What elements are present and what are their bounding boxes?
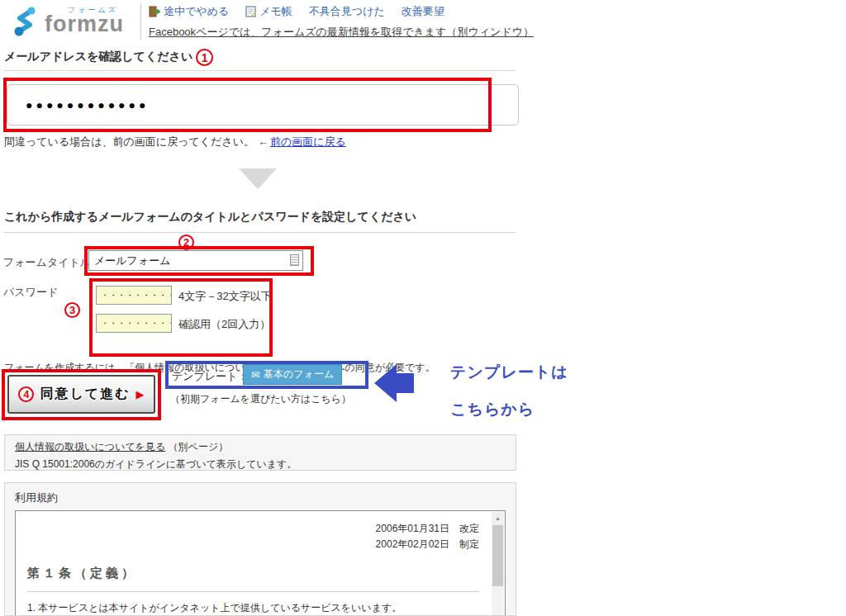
notepad-icon: [245, 6, 256, 17]
email-confirm-heading-text: メールアドレスを確認してください: [4, 50, 192, 63]
terms-enacted-date: 2002年02月02日 制定: [27, 537, 479, 552]
password-input[interactable]: [96, 286, 172, 305]
ime-autofill-icon[interactable]: [290, 254, 299, 266]
password-hint: 4文字－32文字以下: [178, 289, 272, 304]
password-confirm-input[interactable]: [96, 314, 172, 333]
email-display-box: ●●●●●●●●●●●●: [7, 84, 519, 126]
formzu-page: フォームズ formzu 途中でやめる メモ帳: [0, 0, 846, 616]
scrollbar-thumb[interactable]: [492, 525, 503, 586]
scrollbar-up-icon[interactable]: ▲: [492, 512, 504, 524]
down-triangle-icon: [239, 168, 277, 189]
template-annotation-line1: テンプレートは: [450, 362, 568, 383]
heading-divider: [3, 70, 516, 71]
privacy-note: JIS Q 15001:2006のガイドラインに基づいて表示しています。: [15, 457, 506, 471]
brand-name: formzu: [45, 12, 124, 37]
terms-divider: [27, 591, 479, 592]
back-note-text: 間違っている場合は、前の画面に戻ってください。: [4, 135, 254, 148]
agree-button-label: 同意して進む: [40, 386, 130, 403]
form-title-input-wrap: [88, 250, 303, 271]
nav-quit-link[interactable]: 途中でやめる: [149, 4, 229, 19]
facebook-link[interactable]: Facebookページでは、フォームズの最新情報を取得できます（別ウィンドウ）: [149, 25, 534, 40]
formzu-logo[interactable]: フォームズ formzu: [10, 4, 144, 40]
back-arrow-icon: ←: [258, 135, 269, 148]
masked-email-value: ●●●●●●●●●●●●: [26, 98, 149, 111]
exit-door-icon: [149, 6, 160, 17]
form-title-input[interactable]: [89, 251, 302, 270]
nav-memo-label: メモ帳: [259, 4, 292, 19]
terms-revised-date: 2006年01月31日 改定: [27, 521, 479, 537]
template-hint: （初期フォームを選びたい方はこちら）: [170, 392, 351, 406]
envelope-icon: ✉: [251, 369, 259, 381]
email-confirm-heading: メールアドレスを確認してください 1: [4, 49, 213, 66]
agree-and-continue-button[interactable]: 4 同意して進む ▶: [7, 375, 155, 414]
password-label: パスワード: [3, 285, 58, 300]
privacy-link-suffix: （別ページ）: [169, 441, 229, 453]
back-to-previous-link[interactable]: 前の画面に戻る: [270, 135, 346, 148]
back-note: 間違っている場合は、前の画面に戻ってください。←前の画面に戻る: [4, 135, 346, 149]
nav-quit-label: 途中でやめる: [164, 4, 229, 19]
blue-left-arrow-icon: [374, 364, 416, 402]
nav-memo-link[interactable]: メモ帳: [245, 4, 292, 19]
formzu-squiggle-icon: [10, 4, 38, 40]
nav-request-link[interactable]: 改善要望: [402, 4, 444, 19]
setup-heading: これから作成するメールフォームのタイトルとパスワードを設定してください: [4, 210, 416, 225]
header-nav: 途中でやめる メモ帳 不具合見つけた 改善要望 Facebookページでは、フォ…: [149, 4, 534, 40]
step-badge-1: 1: [196, 49, 213, 66]
template-button-label: 基本のフォーム: [264, 367, 334, 381]
nav-bug-link[interactable]: 不具合見つけた: [309, 4, 385, 19]
step-badge-3: 3: [64, 302, 80, 318]
template-annotation-line2: こちらから: [450, 399, 535, 420]
step-badge-2: 2: [178, 235, 194, 250]
terms-content: 2006年01月31日 改定 2002年02月02日 制定 第１条（定義） 1.…: [16, 511, 491, 616]
basic-form-template-button[interactable]: ✉ 基本のフォーム: [243, 364, 342, 385]
terms-article-heading: 第１条（定義）: [27, 566, 479, 581]
terms-title: 利用規約: [15, 490, 58, 505]
terms-box: 利用規約 2006年01月31日 改定 2002年02月02日 制定 第１条（定…: [4, 482, 516, 616]
step-badge-4: 4: [18, 386, 34, 402]
template-label: テンプレート：: [172, 369, 249, 384]
play-arrow-icon: ▶: [136, 388, 145, 400]
form-title-label: フォームタイトル: [3, 255, 91, 270]
privacy-policy-link[interactable]: 個人情報の取扱いについてを見る: [15, 441, 165, 453]
privacy-box: 個人情報の取扱いについてを見る （別ページ） JIS Q 15001:2006の…: [4, 434, 516, 471]
terms-scroll-area[interactable]: 2006年01月31日 改定 2002年02月02日 制定 第１条（定義） 1.…: [15, 510, 506, 616]
heading-divider: [3, 232, 516, 233]
header-divider: [140, 3, 141, 40]
password-confirm-hint: 確認用（2回入力）: [178, 317, 270, 332]
terms-scrollbar[interactable]: ▲: [492, 512, 504, 616]
terms-item: 1. 本サービスとは本サイトがインタネット上で提供しているサービスをいいます。: [27, 600, 479, 616]
